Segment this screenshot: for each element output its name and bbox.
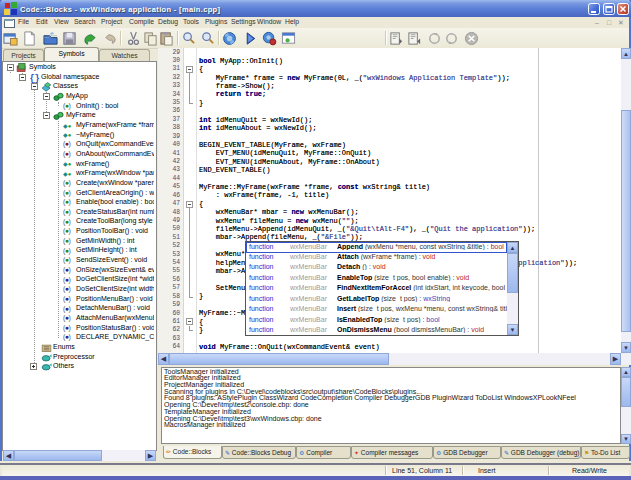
- svg-text:{}: {}: [29, 73, 39, 82]
